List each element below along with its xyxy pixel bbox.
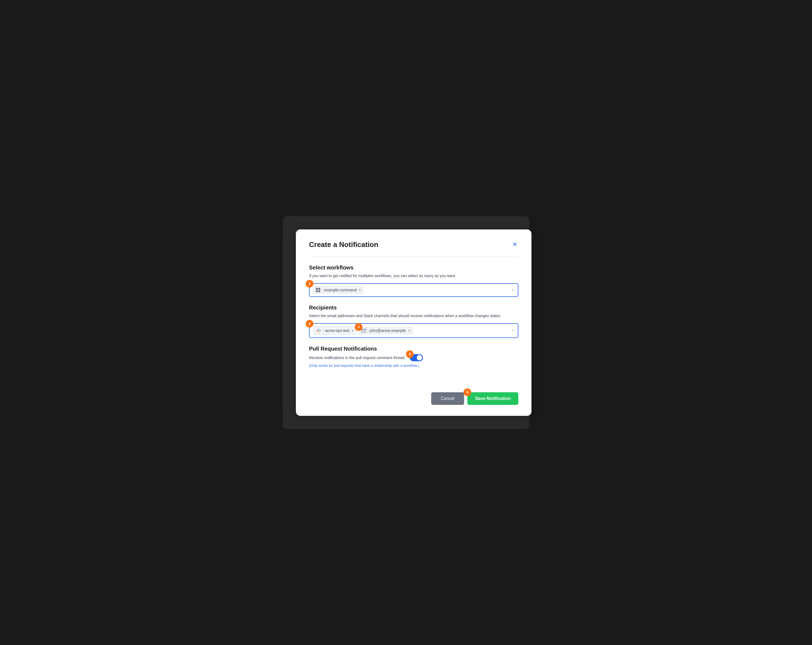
svg-rect-3 bbox=[318, 332, 319, 333]
slack-tag-close[interactable]: × bbox=[351, 329, 354, 333]
recipients-input-field[interactable]: : acme-ops-test × 3 bbox=[309, 323, 518, 338]
svg-rect-2 bbox=[320, 330, 321, 331]
pull-request-section: Pull Request Notifications Receive notif… bbox=[309, 345, 518, 368]
email-tag-close[interactable]: × bbox=[408, 329, 410, 333]
step-badge-2: 2 bbox=[306, 320, 313, 327]
svg-rect-6 bbox=[318, 330, 319, 332]
recipients-section: Recipients Select the email addresses an… bbox=[309, 304, 518, 338]
svg-rect-1 bbox=[318, 329, 319, 330]
pull-request-note: (Only works for pull requests that have … bbox=[309, 364, 518, 368]
svg-rect-4 bbox=[318, 330, 319, 330]
footer-buttons: Cancel 5 Save Notification bbox=[309, 392, 518, 405]
workflow-tag-close[interactable]: × bbox=[359, 288, 361, 292]
cancel-button[interactable]: Cancel bbox=[431, 392, 464, 405]
close-button[interactable]: ✕ bbox=[511, 240, 518, 249]
email-tag: : john@acme.example × bbox=[359, 327, 413, 334]
step-badge-5: 5 bbox=[464, 388, 471, 396]
email-tag-label: : john@acme.example bbox=[368, 329, 406, 333]
pull-request-description: Receive notifications in the pull reques… bbox=[309, 356, 406, 360]
slack-tag-label: : acme-ops-test bbox=[323, 329, 349, 333]
modal-title: Create a Notification bbox=[309, 240, 379, 249]
pull-request-row: Receive notifications in the pull reques… bbox=[309, 354, 518, 361]
modal-header: Create a Notification ✕ bbox=[309, 240, 518, 249]
svg-rect-7 bbox=[319, 330, 320, 332]
slack-icon bbox=[316, 328, 321, 333]
workflows-section-title: Select workflows bbox=[309, 264, 518, 271]
grid-icon bbox=[316, 288, 320, 292]
recipients-section-description: Select the email addresses and Slack cha… bbox=[309, 313, 518, 319]
save-notification-button[interactable]: Save Notification bbox=[467, 392, 518, 405]
step-badge-4: 4 bbox=[406, 350, 414, 358]
recipients-section-title: Recipients bbox=[309, 304, 518, 311]
recipients-field-clear[interactable]: × bbox=[511, 328, 514, 333]
pull-request-title: Pull Request Notifications bbox=[309, 345, 518, 352]
workflows-input-field[interactable]: : example-command × × bbox=[309, 283, 518, 297]
header-divider bbox=[309, 257, 518, 257]
workflow-tag-label: : example-command bbox=[322, 288, 357, 292]
workflows-field-clear[interactable]: × bbox=[511, 287, 514, 292]
workflows-section-description: If you want to get notified for multiple… bbox=[309, 273, 518, 279]
slack-channel-tag: : acme-ops-test × bbox=[313, 327, 356, 335]
toggle-thumb bbox=[417, 355, 422, 361]
svg-rect-5 bbox=[319, 330, 320, 330]
svg-rect-0 bbox=[316, 330, 317, 331]
workflow-tag: : example-command × bbox=[313, 286, 363, 293]
step-badge-3: 3 bbox=[355, 323, 362, 331]
step-badge-1: 1 bbox=[306, 280, 313, 287]
workflows-section: Select workflows If you want to get noti… bbox=[309, 264, 518, 297]
